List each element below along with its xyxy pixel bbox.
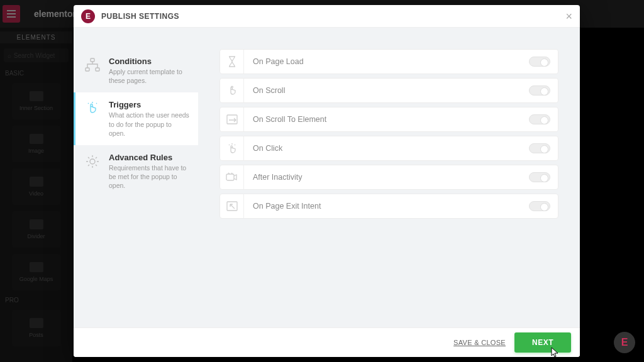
nav-desc: Requirements that have to be met for the…: [109, 163, 189, 190]
trigger-row-page-load[interactable]: On Page Load: [219, 49, 558, 74]
svg-point-3: [90, 159, 95, 164]
click-icon: [220, 136, 244, 160]
trigger-label: On Page Load: [244, 57, 529, 66]
exit-intent-icon: [220, 194, 244, 218]
nav-item-advanced-rules[interactable]: Advanced Rules Requirements that have to…: [74, 145, 198, 198]
conditions-icon: [84, 57, 101, 74]
nav-desc: Apply current template to these pages.: [109, 67, 189, 85]
trigger-label: On Page Exit Intent: [244, 202, 529, 211]
trigger-row-inactivity[interactable]: After Inactivity: [219, 165, 558, 190]
nav-item-triggers[interactable]: Triggers What action the user needs to d…: [74, 92, 198, 145]
triggers-icon: [84, 100, 101, 118]
svg-rect-5: [226, 174, 234, 180]
modal-title: PUBLISH SETTINGS: [101, 12, 179, 21]
nav-title: Triggers: [109, 100, 189, 109]
next-button[interactable]: NEXT: [514, 332, 571, 353]
trigger-row-scroll-element[interactable]: On Scroll To Element: [219, 107, 558, 132]
toggle-scroll-element[interactable]: [529, 114, 550, 124]
scroll-hand-icon: [220, 79, 244, 102]
trigger-label: After Inactivity: [244, 173, 529, 182]
scroll-to-element-icon: [220, 107, 244, 131]
toggle-click[interactable]: [529, 143, 550, 153]
trigger-label: On Scroll: [244, 86, 529, 95]
save-close-link[interactable]: SAVE & CLOSE: [453, 339, 506, 346]
trigger-row-exit-intent[interactable]: On Page Exit Intent: [219, 194, 558, 219]
toggle-scroll[interactable]: [529, 85, 550, 96]
triggers-list: On Page Load On Scroll On Scroll To Elem…: [198, 28, 580, 327]
modal-footer: SAVE & CLOSE NEXT: [74, 327, 580, 357]
svg-rect-2: [96, 68, 99, 71]
trigger-row-click[interactable]: On Click: [219, 136, 558, 161]
toggle-page-load[interactable]: [529, 57, 550, 67]
trigger-label: On Click: [244, 144, 529, 153]
elementor-logo-icon: E: [81, 9, 95, 23]
close-icon[interactable]: ×: [565, 11, 572, 22]
hourglass-icon: [220, 50, 244, 74]
toggle-exit-intent[interactable]: [529, 201, 550, 211]
settings-nav: Conditions Apply current template to the…: [74, 28, 198, 327]
trigger-label: On Scroll To Element: [244, 115, 529, 124]
elementor-fab-icon[interactable]: E: [614, 332, 635, 353]
publish-settings-modal: E PUBLISH SETTINGS × Conditions Apply cu…: [74, 5, 580, 357]
toggle-inactivity[interactable]: [529, 172, 550, 182]
advanced-rules-icon: [84, 153, 101, 170]
modal-header: E PUBLISH SETTINGS ×: [74, 5, 580, 28]
nav-title: Advanced Rules: [109, 153, 189, 162]
inactivity-icon: [220, 165, 244, 189]
svg-rect-0: [91, 58, 94, 62]
svg-rect-1: [86, 68, 89, 71]
nav-item-conditions[interactable]: Conditions Apply current template to the…: [74, 49, 198, 92]
nav-desc: What action the user needs to do for the…: [109, 111, 189, 138]
nav-title: Conditions: [109, 57, 189, 66]
trigger-row-scroll[interactable]: On Scroll: [219, 78, 558, 103]
